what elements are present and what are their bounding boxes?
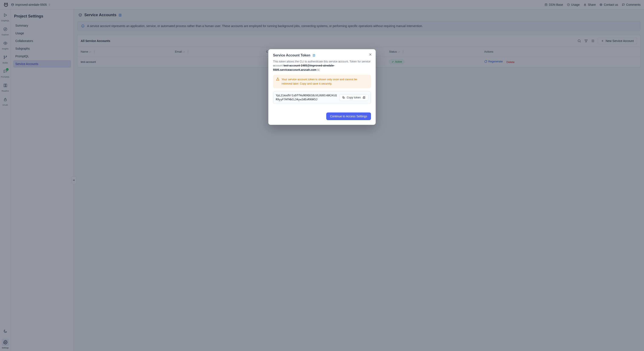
docs-link-icon[interactable] [312,54,316,57]
close-icon [368,52,372,56]
copy-icon [342,96,345,99]
warning-box: Your service account token is shown only… [273,75,371,88]
modal-close-button[interactable] [368,52,372,57]
token-value: YpL21mxdVr1sDffHu9D9QU16zVLUUOCn6K24iQR9… [276,94,337,102]
svg-rect-21 [364,96,365,98]
modal-description: This token allows the CLI to authenticat… [273,60,371,72]
warning-icon [276,77,280,81]
modal-overlay[interactable]: Service Account Token This token allows … [0,0,644,351]
copy-token-button[interactable]: Copy token [339,94,368,101]
token-modal: Service Account Token This token allows … [268,49,376,125]
modal-title: Service Account Token [273,54,310,57]
continue-button[interactable]: Continue to Access Settings [326,112,371,120]
svg-rect-22 [363,97,364,98]
token-display: YpL21mxdVr1sDffHu9D9QU16zVLUUOCn6K24iQR9… [273,91,371,104]
clipboard-icon [362,96,366,99]
